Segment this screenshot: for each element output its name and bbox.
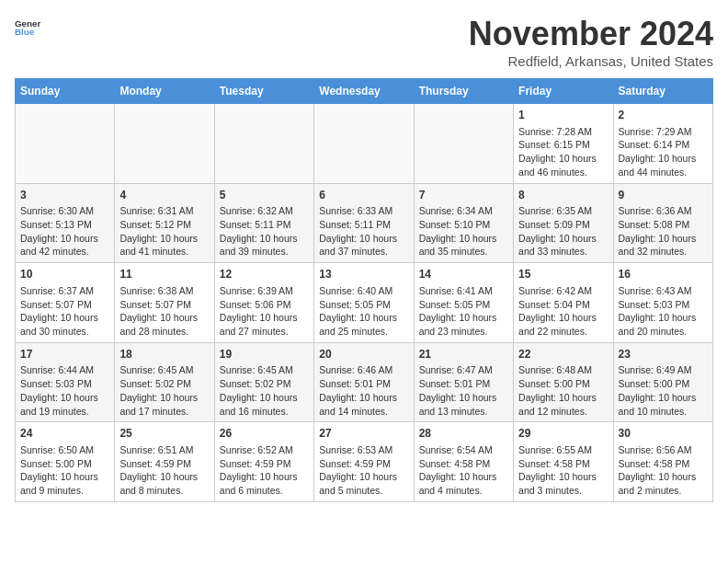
day-number: 9 — [619, 188, 708, 203]
day-number: 27 — [319, 426, 408, 442]
day-info: Sunset: 4:59 PM — [119, 457, 209, 471]
day-info: Daylight: 10 hours and 10 minutes. — [619, 391, 708, 418]
day-number: 7 — [419, 188, 508, 203]
day-number: 17 — [20, 347, 109, 362]
day-info: Daylight: 10 hours and 17 minutes. — [119, 391, 209, 418]
day-info: Daylight: 10 hours and 16 minutes. — [220, 391, 309, 418]
day-number: 20 — [319, 347, 408, 362]
day-number: 30 — [619, 426, 708, 442]
day-info: Sunrise: 6:37 AM — [20, 284, 109, 298]
day-number: 22 — [518, 347, 608, 362]
table-row: 1Sunrise: 7:28 AMSunset: 6:15 PMDaylight… — [514, 104, 613, 184]
day-info: Daylight: 10 hours and 41 minutes. — [119, 232, 209, 259]
table-row: 12Sunrise: 6:39 AMSunset: 5:06 PMDayligh… — [214, 263, 313, 343]
page-header: General Blue November 2024 Redfield, Ark… — [15, 15, 713, 69]
day-info: Sunrise: 6:33 AM — [319, 204, 408, 218]
day-info: Daylight: 10 hours and 4 minutes. — [419, 470, 508, 497]
table-row: 30Sunrise: 6:56 AMSunset: 4:58 PMDayligh… — [613, 422, 712, 502]
day-info: Sunset: 5:03 PM — [619, 298, 708, 312]
day-number: 3 — [20, 188, 109, 203]
day-info: Sunset: 5:04 PM — [518, 298, 608, 312]
day-info: Daylight: 10 hours and 32 minutes. — [619, 232, 708, 259]
day-number: 4 — [119, 188, 209, 203]
table-row — [214, 104, 313, 184]
day-number: 19 — [220, 347, 309, 362]
day-number: 26 — [220, 426, 309, 442]
day-number: 10 — [20, 267, 109, 282]
table-row: 6Sunrise: 6:33 AMSunset: 5:11 PMDaylight… — [314, 183, 414, 263]
table-row: 7Sunrise: 6:34 AMSunset: 5:10 PMDaylight… — [414, 183, 513, 263]
day-info: Daylight: 10 hours and 33 minutes. — [518, 232, 608, 259]
day-info: Sunrise: 6:39 AM — [220, 284, 309, 298]
day-number: 23 — [619, 347, 708, 362]
day-info: Daylight: 10 hours and 39 minutes. — [220, 232, 309, 259]
day-number: 29 — [518, 426, 608, 442]
day-number: 21 — [419, 347, 508, 362]
header-thursday: Thursday — [414, 79, 513, 104]
day-info: Sunrise: 6:49 AM — [619, 363, 708, 377]
day-info: Sunrise: 6:50 AM — [20, 443, 109, 457]
calendar-week-4: 17Sunrise: 6:44 AMSunset: 5:03 PMDayligh… — [16, 342, 713, 422]
day-info: Sunrise: 6:55 AM — [518, 443, 608, 457]
day-info: Sunrise: 6:46 AM — [319, 363, 408, 377]
day-number: 24 — [20, 426, 109, 442]
day-number: 25 — [119, 426, 209, 442]
table-row: 18Sunrise: 6:45 AMSunset: 5:02 PMDayligh… — [115, 342, 214, 422]
day-number: 16 — [619, 267, 708, 282]
day-number: 12 — [220, 267, 309, 282]
day-info: Sunrise: 6:54 AM — [419, 443, 508, 457]
day-info: Sunset: 5:00 PM — [518, 377, 608, 391]
day-info: Sunrise: 6:32 AM — [220, 204, 309, 218]
table-row: 23Sunrise: 6:49 AMSunset: 5:00 PMDayligh… — [613, 342, 712, 422]
day-info: Daylight: 10 hours and 6 minutes. — [220, 470, 309, 497]
table-row — [16, 104, 115, 184]
day-info: Sunrise: 6:56 AM — [619, 443, 708, 457]
day-info: Sunrise: 6:45 AM — [119, 363, 209, 377]
day-info: Daylight: 10 hours and 20 minutes. — [619, 311, 708, 338]
day-info: Sunrise: 7:29 AM — [619, 125, 708, 139]
table-row — [414, 104, 513, 184]
table-row: 19Sunrise: 6:45 AMSunset: 5:02 PMDayligh… — [214, 342, 313, 422]
header-monday: Monday — [115, 79, 214, 104]
table-row: 3Sunrise: 6:30 AMSunset: 5:13 PMDaylight… — [16, 183, 115, 263]
day-info: Sunset: 5:06 PM — [220, 298, 309, 312]
day-info: Sunset: 6:14 PM — [619, 138, 708, 152]
day-info: Sunset: 5:12 PM — [119, 218, 209, 232]
table-row — [115, 104, 214, 184]
day-info: Daylight: 10 hours and 19 minutes. — [20, 391, 109, 418]
table-row — [314, 104, 414, 184]
day-info: Sunrise: 6:45 AM — [220, 363, 309, 377]
day-info: Daylight: 10 hours and 3 minutes. — [518, 470, 608, 497]
day-info: Daylight: 10 hours and 42 minutes. — [20, 232, 109, 259]
day-info: Daylight: 10 hours and 2 minutes. — [619, 470, 708, 497]
table-row: 5Sunrise: 6:32 AMSunset: 5:11 PMDaylight… — [214, 183, 313, 263]
day-info: Daylight: 10 hours and 35 minutes. — [419, 232, 508, 259]
day-info: Daylight: 10 hours and 27 minutes. — [220, 311, 309, 338]
logo: General Blue — [15, 15, 40, 40]
day-info: Daylight: 10 hours and 13 minutes. — [419, 391, 508, 418]
day-info: Sunrise: 6:40 AM — [319, 284, 408, 298]
header-friday: Friday — [514, 79, 613, 104]
location-subtitle: Redfield, Arkansas, United States — [469, 53, 713, 69]
day-number: 2 — [619, 108, 708, 123]
day-info: Sunset: 5:03 PM — [20, 377, 109, 391]
day-info: Sunset: 5:05 PM — [419, 298, 508, 312]
day-info: Sunset: 4:58 PM — [419, 457, 508, 471]
day-info: Daylight: 10 hours and 37 minutes. — [319, 232, 408, 259]
month-title: November 2024 — [469, 15, 713, 53]
day-info: Daylight: 10 hours and 25 minutes. — [319, 311, 408, 338]
day-info: Sunset: 4:59 PM — [220, 457, 309, 471]
day-info: Sunset: 5:05 PM — [319, 298, 408, 312]
day-number: 11 — [119, 267, 209, 282]
day-info: Daylight: 10 hours and 8 minutes. — [119, 470, 209, 497]
day-info: Sunrise: 6:35 AM — [518, 204, 608, 218]
day-number: 1 — [518, 108, 608, 123]
day-info: Sunrise: 6:44 AM — [20, 363, 109, 377]
calendar-week-1: 1Sunrise: 7:28 AMSunset: 6:15 PMDaylight… — [16, 104, 713, 184]
day-info: Sunset: 5:00 PM — [619, 377, 708, 391]
table-row: 11Sunrise: 6:38 AMSunset: 5:07 PMDayligh… — [115, 263, 214, 343]
day-info: Sunrise: 6:30 AM — [20, 204, 109, 218]
day-number: 6 — [319, 188, 408, 203]
logo-icon: General Blue — [15, 15, 40, 40]
table-row: 20Sunrise: 6:46 AMSunset: 5:01 PMDayligh… — [314, 342, 414, 422]
